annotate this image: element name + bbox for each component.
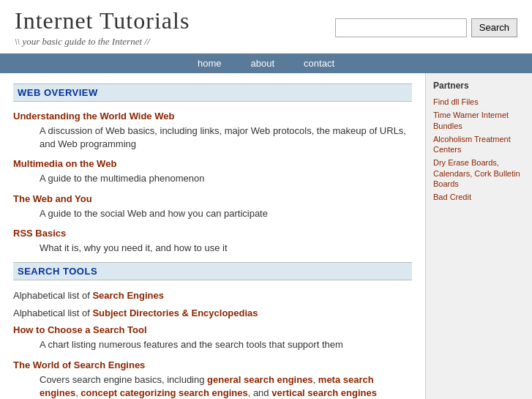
nav-about[interactable]: about: [251, 58, 275, 69]
section-search-tools: SEARCH TOOLS: [13, 262, 412, 280]
article-multimedia-desc: A guide to the multimedia phenomenon: [40, 172, 412, 185]
link-subject-directories[interactable]: Subject Directories & Encyclopedias: [92, 307, 258, 318]
logo-internet: Internet: [15, 7, 100, 34]
article-web-and-you: The Web and You A guide to the social We…: [13, 193, 412, 220]
sidebar-link-boards[interactable]: Dry Erase Boards, Calendars, Cork Bullet…: [433, 157, 525, 189]
article3-prefix: Covers search engine basics, including: [40, 374, 207, 385]
logo-tutorials: Tutorials: [100, 7, 190, 34]
article-world-search-desc: Covers search engine basics, including g…: [40, 373, 412, 400]
main-layout: WEB OVERVIEW Understanding the World Wid…: [0, 73, 532, 399]
site-logo-title: Internet Tutorials: [15, 7, 190, 34]
main-content: WEB OVERVIEW Understanding the World Wid…: [0, 73, 426, 399]
navbar: home about contact: [0, 53, 532, 73]
article-www-title[interactable]: Understanding the World Wide Web: [13, 111, 412, 122]
article-www: Understanding the World Wide Web A discu…: [13, 111, 412, 151]
article-world-search-title[interactable]: The World of Search Engines: [13, 359, 412, 370]
article-web-you-desc: A guide to the social Web and how you ca…: [40, 207, 412, 220]
article-world-search: The World of Search Engines Covers searc…: [13, 359, 412, 400]
logo-subtitle: \\ your basic guide to the Internet //: [15, 36, 150, 48]
link-vertical-engines[interactable]: vertical search engines: [271, 387, 377, 398]
link-concept-engines[interactable]: concept categorizing search engines: [80, 387, 247, 398]
list1-prefix: Alphabetical list of: [13, 290, 92, 301]
link-general-engines[interactable]: general search engines: [207, 374, 313, 385]
article-choose-tool: How to Choose a Search Tool A chart list…: [13, 324, 412, 351]
article-rss: RSS Basics What it is, why you need it, …: [13, 228, 412, 255]
sidebar-link-dll[interactable]: Find dll Files: [433, 97, 525, 107]
article-choose-title[interactable]: How to Choose a Search Tool: [13, 324, 412, 335]
article-web-you-title[interactable]: The Web and You: [13, 193, 412, 204]
article-multimedia: Multimedia on the Web A guide to the mul…: [13, 158, 412, 185]
article-multimedia-title[interactable]: Multimedia on the Web: [13, 158, 412, 169]
logo-area: Internet Tutorials \\ your basic guide t…: [15, 7, 190, 48]
article-www-desc: A discussion of Web basics, including li…: [40, 124, 412, 151]
sidebar-link-alcoholism[interactable]: Alcoholism Treatment Centers: [433, 134, 525, 155]
sidebar-link-credit[interactable]: Bad Credit: [433, 192, 525, 202]
article-rss-desc: What it is, why you need it, and how to …: [40, 242, 412, 255]
search-input[interactable]: [335, 18, 467, 37]
search-area: Search: [335, 18, 517, 37]
nav-contact[interactable]: contact: [304, 58, 334, 69]
nav-home[interactable]: home: [198, 58, 222, 69]
list2-prefix: Alphabetical list of: [13, 307, 92, 318]
article-rss-title[interactable]: RSS Basics: [13, 228, 412, 239]
link-search-engines[interactable]: Search Engines: [92, 290, 164, 301]
sidebar-link-timewarner[interactable]: Time Warner Internet Bundles: [433, 110, 525, 131]
sep1: ,: [313, 374, 318, 385]
list-subject-dirs: Alphabetical list of Subject Directories…: [13, 307, 412, 320]
sidebar: Partners Find dll Files Time Warner Inte…: [426, 73, 532, 399]
sep3: , and: [248, 387, 272, 398]
list-search-engines: Alphabetical list of Search Engines: [13, 289, 412, 302]
search-button[interactable]: Search: [471, 18, 517, 37]
header: Internet Tutorials \\ your basic guide t…: [0, 0, 532, 53]
sidebar-title: Partners: [433, 81, 525, 91]
article-choose-desc: A chart listing numerous features and th…: [40, 338, 412, 351]
section-web-overview: WEB OVERVIEW: [13, 83, 412, 102]
